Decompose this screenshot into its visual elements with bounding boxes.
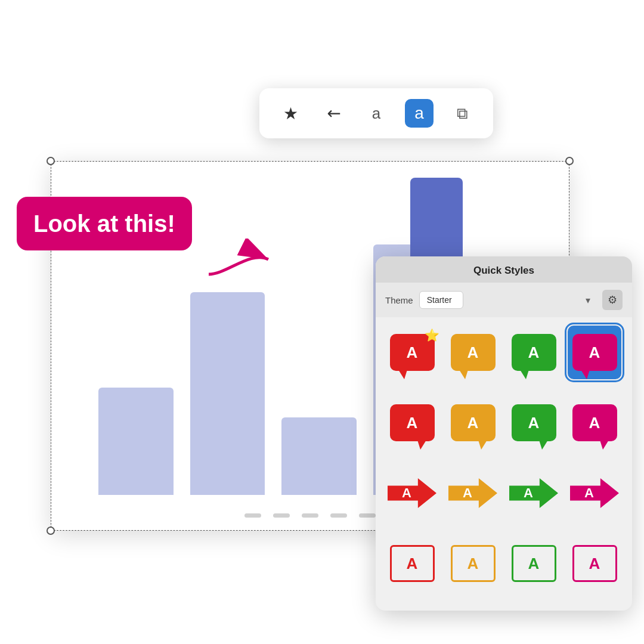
scroll-dot — [244, 513, 261, 518]
scroll-dot — [273, 513, 290, 518]
style-outline-yellow[interactable]: A — [446, 537, 500, 590]
style-speech-yellow[interactable]: A — [446, 396, 500, 450]
styles-grid-row4: A A A A — [376, 528, 632, 599]
theme-label: Theme — [385, 295, 413, 305]
scroll-dot — [359, 513, 376, 518]
theme-select[interactable]: Starter Modern Classic — [419, 291, 463, 309]
gear-button[interactable]: ⚙ — [602, 290, 623, 310]
styles-grid-row2: A A A A — [376, 388, 632, 458]
scroll-dot — [330, 513, 347, 518]
style-callout-red[interactable]: A ⭐ — [385, 326, 439, 379]
callout-text-icon[interactable]: a — [405, 99, 434, 128]
panel-title: Quick Styles — [376, 256, 632, 283]
layers-icon[interactable]: ⧉ — [448, 99, 476, 128]
style-arrow-green[interactable]: A — [507, 466, 561, 520]
styles-grid-row3: A A A A — [376, 458, 632, 528]
callout-arrow — [203, 239, 274, 280]
bar-2 — [190, 292, 265, 495]
style-outline-red[interactable]: A — [385, 537, 439, 590]
style-speech-green[interactable]: A — [507, 396, 561, 450]
style-arrow-yellow[interactable]: A — [446, 466, 500, 520]
quick-styles-panel: Quick Styles Theme Starter Modern Classi… — [376, 256, 632, 611]
cursor-icon[interactable]: ↖ — [313, 93, 354, 134]
theme-select-wrapper: Starter Modern Classic — [419, 291, 596, 309]
bar-3 — [281, 417, 357, 495]
style-outline-pink[interactable]: A — [568, 537, 621, 590]
callout-bubble[interactable]: Look at this! — [17, 197, 192, 250]
style-callout-yellow[interactable]: A — [446, 326, 500, 379]
toolbar: ★ ↖ a a ⧉ — [259, 88, 493, 138]
star-icon[interactable]: ★ — [276, 99, 305, 128]
text-icon[interactable]: a — [362, 99, 391, 128]
theme-row: Theme Starter Modern Classic ⚙ — [376, 283, 632, 317]
callout-text: Look at this! — [33, 210, 175, 237]
scroll-dot — [302, 513, 318, 518]
style-outline-green[interactable]: A — [507, 537, 561, 590]
bar-1 — [98, 388, 174, 495]
style-callout-green[interactable]: A — [507, 326, 561, 379]
style-arrow-red[interactable]: A — [385, 466, 439, 520]
style-arrow-pink[interactable]: A — [568, 466, 621, 520]
style-speech-red[interactable]: A — [385, 396, 439, 450]
styles-grid-row1: A ⭐ A A A — [376, 317, 632, 388]
style-callout-pink-selected[interactable]: A — [568, 326, 621, 379]
style-speech-pink[interactable]: A — [568, 396, 621, 450]
